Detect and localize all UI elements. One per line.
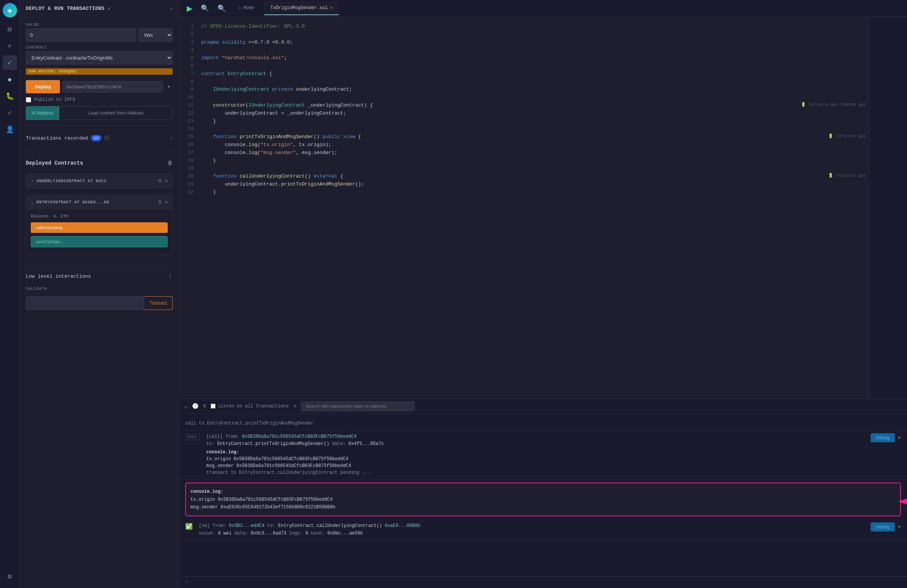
call-header-text: call to EntryContract.printTxOriginAndMs… (185, 421, 314, 426)
deploy-panel-title: DEPLOY & RUN TRANSACTIONS ✓ (26, 5, 111, 12)
contract-2-name: ENTRYCONTRACT AT 0XAE0...96 (37, 200, 109, 205)
logo-icon[interactable]: ◈ (3, 3, 17, 18)
evm-badge: evm version: shanghai (26, 68, 173, 75)
files-icon[interactable]: ⊟ (3, 22, 17, 37)
console-clock-icon[interactable]: 🕐 (192, 403, 199, 409)
contract-item-1: › UNDERLYINGCONTRACT AT 0XCI ⎘ ✕ (26, 174, 173, 188)
value-input[interactable] (26, 29, 136, 42)
value-section: VALUE Wei Gwei ETH (26, 23, 173, 42)
plugin-icon[interactable]: 👤 (3, 122, 17, 137)
highlighted-section: console.log: tx.origin 0x5B38Da6a701c568… (179, 483, 907, 516)
deploy-dropdown-icon[interactable]: ▾ (165, 80, 173, 93)
contract-1-expand-icon[interactable]: › (31, 178, 34, 184)
deploy-panel: DEPLOY & RUN TRANSACTIONS ✓ › VALUE Wei … (20, 0, 179, 588)
calldata-input[interactable] (26, 296, 144, 310)
highlighted-log-label: console.log: (191, 489, 223, 494)
calldata-row: Transact (26, 296, 173, 310)
contract-1-right: ⎘ ✕ (159, 178, 168, 184)
contract-1-copy-icon[interactable]: ⎘ (159, 178, 162, 184)
debug-dropdown-2[interactable]: ▾ (898, 523, 901, 531)
transactions-expand-icon[interactable]: › (170, 136, 173, 141)
highlighted-block: console.log: tx.origin 0x5B38Da6a701c568… (185, 483, 901, 516)
call-type-label: CALL (185, 434, 200, 440)
value-label: VALUE (26, 23, 173, 27)
source-control-icon[interactable]: ✓ (3, 55, 17, 70)
at-address-button[interactable]: At Address (26, 106, 59, 120)
load-contract-button[interactable]: Load contract from Address (59, 106, 173, 120)
console-collapse-icon[interactable]: ⌄ (184, 403, 187, 409)
contract-item-2: ⌄ ENTRYCONTRACT AT 0XAE0...96 ⎘ ✕ Balanc… (26, 195, 173, 255)
home-tab-label: Home (243, 5, 254, 11)
test-icon[interactable]: ✓ (3, 105, 17, 120)
code-text[interactable]: // SPDX-License-Identifier: GPL-3.0 prag… (198, 17, 869, 398)
listen-checkbox: listen on all transactions (211, 404, 289, 409)
low-level-title: Low level interactions (26, 273, 91, 279)
line-numbers: 12345678910111213141516171819202122 (179, 17, 198, 398)
tab-close-icon[interactable]: ✕ (330, 5, 332, 11)
deploy-panel-header: DEPLOY & RUN TRANSACTIONS ✓ › (20, 0, 179, 18)
contract-2-expand-icon[interactable]: ⌄ (31, 200, 34, 205)
contract-2-copy-icon[interactable]: ⎘ (159, 200, 162, 205)
deploy-panel-expand-icon[interactable]: › (170, 6, 173, 12)
contract-2-close-icon[interactable]: ✕ (165, 199, 168, 205)
tab-home[interactable]: ⌂ Home (232, 1, 260, 16)
publish-checkbox[interactable] (26, 97, 31, 102)
main-area: ▶ 🔍 🔍 ⌂ Home TxOriginMsgSender.sol ✕ 123… (179, 0, 907, 588)
debug-icon[interactable]: 🐛 (3, 89, 17, 103)
tab-file[interactable]: TxOriginMsgSender.sol ✕ (264, 1, 338, 15)
transactions-row: Transactions recorded 15 ⓘ › (26, 131, 173, 145)
transactions-label: Transactions recorded 15 ⓘ (26, 135, 109, 142)
print-tx-origin-button[interactable]: printTxOrigin... (31, 236, 168, 247)
sidebar: ◈ ⊟ ⌕ ✓ ◆ 🐛 ✓ 👤 ⚙ (0, 0, 20, 588)
transactions-info-icon[interactable]: ⓘ (104, 135, 109, 142)
vm-entry-actions: Debug ▾ (870, 522, 901, 532)
console-search-input[interactable] (301, 401, 415, 411)
zoom-out-button[interactable]: 🔍 (199, 3, 212, 14)
contract-2-right: ⎘ ✕ (159, 199, 168, 205)
low-level-options-icon[interactable]: ⋮ (168, 273, 173, 279)
unit-select[interactable]: Wei Gwei ETH (138, 29, 173, 42)
deploy-address-input[interactable] (62, 81, 163, 93)
contract-item-2-header: ⌄ ENTRYCONTRACT AT 0XAE0...96 ⎘ ✕ (26, 195, 172, 209)
contract-1-close-icon[interactable]: ✕ (165, 178, 168, 184)
calldata-label: CALLDATA (26, 287, 173, 291)
debug-button-1[interactable]: Debug (870, 433, 894, 442)
console-footer: > (179, 576, 907, 588)
console-area: ⌄ 🕐 0 listen on all transactions ⌕ call … (179, 398, 907, 588)
call-header-entry: call to EntryContract.printTxOriginAndMs… (179, 417, 907, 430)
deploy-check-icon: ✓ (108, 5, 111, 12)
call-underlying-button[interactable]: callUnderlying... (31, 222, 168, 233)
highlighted-tx-origin: tx.origin 0x5B38Da6a701c568545dCfcB03FcB… (191, 496, 896, 503)
call-console-log: console.log: tx.origin 0x5B38Da6a701c568… (207, 449, 868, 476)
trash-icon[interactable]: 🗑 (167, 160, 173, 166)
listen-input[interactable] (211, 404, 216, 409)
highlighted-msg-sender: msg.sender 0xaE036c65C649172b43ef7156b00… (191, 503, 896, 511)
debug-button-2[interactable]: Debug (870, 522, 894, 532)
deploy-button[interactable]: Deploy (26, 80, 60, 93)
at-address-row: At Address Load contract from Address (26, 106, 173, 120)
vm-entry-content: [vm] from: 0x5B3...eddC4 to: EntryContra… (199, 522, 867, 537)
deploy-icon[interactable]: ◆ (3, 72, 17, 86)
debug-dropdown-1[interactable]: ▾ (898, 434, 901, 442)
code-content: 12345678910111213141516171819202122 // S… (179, 17, 907, 398)
transactions-text: Transactions recorded (26, 136, 88, 141)
listen-label: listen on all transactions (218, 404, 289, 409)
contract-select[interactable]: EntryContract - contracts/TxOriginMs (26, 51, 173, 64)
console-toolbar: ⌄ 🕐 0 listen on all transactions ⌕ (179, 399, 907, 414)
minimap (869, 17, 907, 398)
file-tab-label: TxOriginMsgSender.sol (270, 5, 327, 11)
code-editor: 12345678910111213141516171819202122 // S… (179, 17, 907, 398)
settings-icon[interactable]: ⚙ (3, 569, 17, 583)
tx-count: 0 (203, 404, 206, 409)
search-console-icon[interactable]: ⌕ (293, 403, 296, 409)
search-icon[interactable]: ⌕ (3, 39, 17, 53)
call-from-text: [call] from: 0x5B38Da6a701c568545dCfcB03… (207, 433, 868, 441)
value-row: Wei Gwei ETH (26, 29, 173, 42)
zoom-in-button[interactable]: 🔍 (215, 3, 228, 14)
deploy-title-text: DEPLOY & RUN TRANSACTIONS (26, 6, 105, 11)
contract-item-1-header: › UNDERLYINGCONTRACT AT 0XCI ⎘ ✕ (26, 174, 172, 188)
transact-button[interactable]: Transact (144, 296, 173, 310)
call-entry-actions: Debug ▾ (870, 433, 901, 442)
run-button[interactable]: ▶ (184, 2, 195, 14)
balance-text: Balance: 0. ETH (31, 214, 168, 219)
